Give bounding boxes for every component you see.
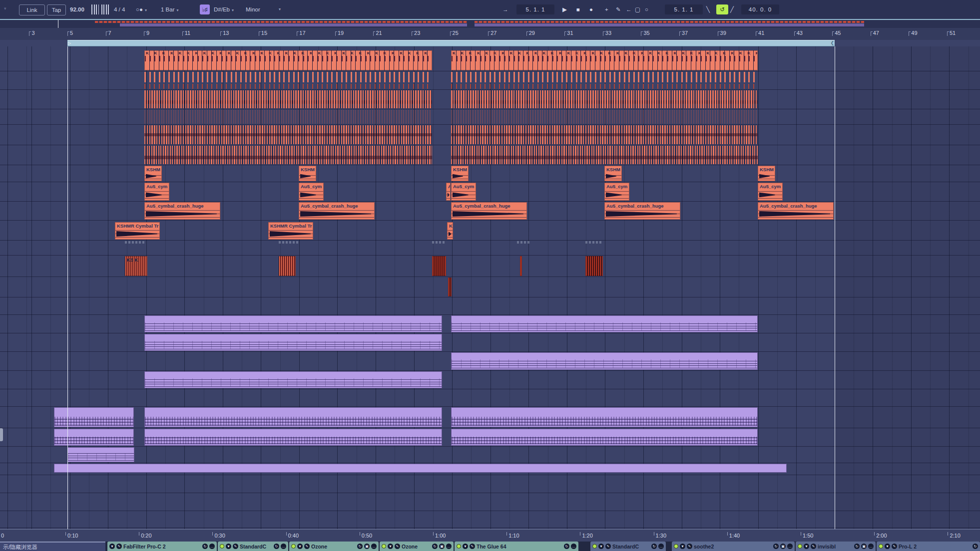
track-lane-midi-3[interactable] [0, 352, 980, 371]
device-title[interactable]: soothe2 [694, 544, 772, 550]
clip-au5-cym[interactable]: Au5_cym [604, 183, 629, 201]
device-on-led[interactable] [592, 544, 597, 549]
clip-midi-7[interactable] [67, 447, 134, 462]
device-on-led[interactable] [879, 544, 883, 549]
key-toggle-button[interactable]: ♭♯ [200, 4, 210, 14]
clip-ghost[interactable] [517, 241, 530, 244]
device-pro-l-2[interactable]: ▼✎Pro-L 2↻ [877, 542, 980, 551]
device-on-led[interactable] [291, 544, 296, 549]
clip-midi-5[interactable] [451, 407, 758, 427]
follow-button[interactable]: → [502, 4, 508, 14]
device-sync-icon[interactable]: ↻ [854, 544, 860, 549]
device-save-icon[interactable]: ▣ [364, 544, 370, 549]
collapse-caret-icon[interactable]: ▾ [4, 6, 6, 11]
clip-kshm[interactable]: KSHM [758, 166, 775, 181]
device-the-glue-64[interactable]: ▼✎The Glue 64↻… [455, 542, 578, 551]
clip-k[interactable]: K [447, 222, 453, 240]
clip-perc-sparse[interactable] [451, 72, 758, 89]
device-on-led[interactable] [674, 544, 678, 549]
device-soothe2[interactable]: ▼✎soothe2↻▣… [672, 542, 795, 551]
punch-out-button[interactable]: ╱ [730, 4, 734, 14]
clip-midi-6[interactable] [144, 429, 442, 446]
track-lane-perc-med[interactable] [0, 125, 980, 145]
track-lane-perc-med2[interactable] [0, 145, 980, 165]
clip-perc-med[interactable] [144, 125, 432, 144]
clip-kshmr-cymbal-tr[interactable]: KSHMR Cymbal Tr [115, 222, 160, 240]
track-lane-empty-4[interactable] [0, 493, 980, 511]
tap-tempo-button[interactable]: Tap [47, 4, 66, 15]
stop-button[interactable]: ■ [576, 4, 580, 14]
device-fold-icon[interactable]: ▼ [388, 544, 393, 549]
clip-kshm[interactable]: KSHM [144, 166, 162, 181]
loop-length-field[interactable]: 40. 0. 0 [741, 4, 779, 14]
clip-au5-cym[interactable]: Au5_cym [144, 183, 169, 201]
device-title[interactable]: FabFilter Pro-C 2 [123, 544, 201, 550]
track-lane-midi-1[interactable] [0, 315, 980, 333]
device-ozone[interactable]: ▼✎Ozone↻▣… [380, 542, 454, 551]
device-sync-icon[interactable]: ↻ [432, 544, 438, 549]
clip-a[interactable]: A [446, 183, 451, 201]
clip-ghost[interactable] [432, 241, 445, 244]
quantize-menu[interactable]: 1 Bar▾ [161, 4, 179, 14]
tempo-field[interactable]: 92.00 [70, 4, 84, 14]
capture-midi-button[interactable]: ○ [645, 4, 648, 14]
device-sync-icon[interactable]: ↻ [651, 544, 657, 549]
clip-kshm[interactable]: KSHM [451, 166, 469, 181]
track-lane-midi-5[interactable] [0, 407, 980, 428]
clip-perc-med2[interactable] [451, 146, 758, 164]
device-fold-icon[interactable]: ▼ [463, 544, 468, 549]
clip-ks-k[interactable]: KS K [125, 256, 147, 276]
track-lane-kick[interactable]: K K K K K K K K K K K K K K K K K K K K … [0, 50, 980, 71]
device-standardc[interactable]: ▼✎StandardC↻… [218, 542, 288, 551]
clip-au5-cymbal-crash-huge[interactable]: Au5_cymbal_crash_huge [299, 202, 375, 220]
device-more-icon[interactable]: … [446, 544, 452, 549]
device-title[interactable]: Ozone [311, 544, 356, 550]
scroll-tab[interactable] [0, 428, 3, 441]
clip-midi-1[interactable] [451, 315, 758, 332]
clip-au5-cym[interactable]: Au5_cym [299, 183, 324, 201]
device-more-icon[interactable]: … [658, 544, 664, 549]
clip-au5-cymbal-crash-huge[interactable]: Au5_cymbal_crash_huge [758, 202, 834, 220]
device-on-led[interactable] [382, 544, 386, 549]
device-edit-icon[interactable]: ✎ [605, 544, 611, 549]
play-button[interactable]: ▶ [562, 4, 567, 14]
device-fold-icon[interactable]: ▼ [598, 544, 604, 549]
track-lane-cymtr[interactable]: KSHMR Cymbal TrKSHMR Cymbal TrK [0, 222, 980, 241]
device-sync-icon[interactable]: ↻ [202, 544, 208, 549]
clip-sliver[interactable] [448, 277, 452, 296]
link-button[interactable]: Link [19, 4, 45, 15]
device-on-led[interactable] [457, 544, 461, 549]
device-on-led[interactable] [798, 544, 802, 549]
clip-ghost[interactable] [279, 241, 300, 244]
clip-ks[interactable] [585, 256, 603, 276]
clip-perc-dense[interactable] [144, 90, 432, 108]
device-sync-icon[interactable]: ↻ [773, 544, 779, 549]
clip-perc-dim[interactable] [451, 110, 758, 124]
clip-kick[interactable]: K K K K K K K K K K K K K K K K K K K K … [144, 50, 432, 70]
device-edit-icon[interactable]: ✎ [811, 544, 816, 549]
device-edit-icon[interactable]: ✎ [687, 544, 692, 549]
clip-kshm[interactable]: KSHM [604, 166, 622, 181]
device-edit-icon[interactable]: ✎ [892, 544, 897, 549]
clip-midi-2[interactable] [144, 334, 442, 351]
track-lane-kshm[interactable]: KSHMKSHMKSHMKSHMKSHM [0, 165, 980, 182]
track-lane-midi-bar[interactable] [0, 463, 980, 475]
clip-midi-5[interactable] [54, 407, 134, 427]
clip-perc-med[interactable] [451, 125, 758, 144]
clip-midi-1[interactable] [144, 315, 442, 332]
clip-au5-cymbal-crash-huge[interactable]: Au5_cymbal_crash_huge [144, 202, 220, 220]
device-fold-icon[interactable]: ▼ [226, 544, 231, 549]
loop-start-field[interactable]: 5. 1. 1 [665, 4, 703, 14]
device-title[interactable]: Pro-L 2 [899, 544, 971, 550]
device-edit-icon[interactable]: ✎ [116, 544, 122, 549]
clip-ghost[interactable] [125, 241, 146, 244]
device-ozone[interactable]: ▼✎Ozone↻▣… [289, 542, 379, 551]
browser-toggle-button[interactable]: 示/隐藏浏览器 [0, 542, 105, 551]
new-button[interactable]: + [605, 4, 608, 14]
device-save-icon[interactable]: ▣ [439, 544, 445, 549]
clip-au5-cym[interactable]: Au5_cym [758, 183, 783, 201]
device-fold-icon[interactable]: ▼ [680, 544, 685, 549]
device-save-icon[interactable]: ▣ [861, 544, 867, 549]
device-invisibl[interactable]: ▼✎invisibl↻▣… [796, 542, 876, 551]
beat-time-ruler[interactable]: 3579111315171921232527293133353739414345… [0, 28, 980, 40]
